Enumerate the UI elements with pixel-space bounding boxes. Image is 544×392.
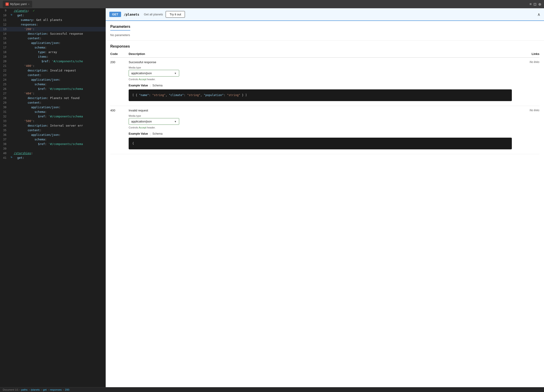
line-content: application/json:	[14, 105, 106, 110]
breadcrumb-bar: Document 1/1 › paths: › /planets: › get:…	[0, 387, 544, 392]
schema-tab-200[interactable]: Schema	[152, 83, 162, 88]
breadcrumb-get[interactable]: get:	[43, 388, 47, 391]
line-gutter-icon: ↻	[9, 155, 14, 159]
menu-icon[interactable]: ≡	[530, 2, 532, 6]
line-number: 16	[0, 41, 9, 45]
no-parameters-text: No parameters	[110, 33, 539, 37]
schema-tab-400[interactable]: Schema	[152, 132, 162, 136]
col-code: Code	[110, 52, 129, 56]
line-content: description: Planets not found	[14, 96, 106, 101]
line-content: content:	[14, 36, 106, 41]
line-content: get:	[14, 13, 106, 18]
line-number: 18	[0, 50, 9, 54]
media-type-label-400: Media type	[129, 114, 512, 117]
line-content: application/json:	[14, 77, 106, 82]
editor-line-41: 41 ↻ get:	[0, 155, 106, 160]
response-table-header: Code Description Links	[110, 52, 539, 58]
response-row-200: 200 Successful response Media type appli…	[110, 58, 539, 106]
example-value-tab-400[interactable]: Example Value	[129, 132, 148, 136]
response-code-400: 400	[110, 109, 129, 112]
editor-line-17: 17 schema:	[0, 45, 106, 50]
breadcrumb-sep-1: ›	[29, 388, 30, 391]
preview-panel: GET /planets Get all planets Try it out …	[106, 8, 544, 387]
editor-line-9: 9 /planets: ✓	[0, 8, 106, 13]
editor-line-32: 32 $ref: '#/components/schema	[0, 114, 106, 119]
breadcrumb-planets[interactable]: /planets:	[31, 388, 41, 391]
example-value-tab-200[interactable]: Example Value	[129, 83, 148, 88]
editor-line-28: 28 description: Planets not found	[0, 96, 106, 101]
line-content: $ref: '#/components/sche	[14, 59, 106, 64]
line-content: $ref: '#/components/schema	[14, 114, 106, 119]
media-type-select-200[interactable]: application/json ▼	[129, 70, 179, 77]
parameters-title: Parameters	[110, 24, 130, 30]
breadcrumb-sep-4: ›	[63, 388, 64, 391]
editor-panel[interactable]: 9 /planets: ✓ 10 ↻ get: 11 summary: Get …	[0, 8, 106, 387]
line-content: $ref: '#/components/schema	[14, 142, 106, 146]
response-row-header-400: 400 Invalid request Media type applicati…	[110, 109, 539, 151]
editor-line-35: 35 content:	[0, 128, 106, 133]
expand-icon[interactable]: ∧	[537, 12, 540, 17]
file-icon: Y	[6, 3, 9, 6]
line-number: 31	[0, 110, 9, 114]
line-number: 38	[0, 142, 9, 146]
col-description: Description	[129, 52, 512, 56]
dropdown-arrow-200: ▼	[174, 72, 177, 75]
line-content: schema:	[14, 110, 106, 114]
title-bar: Y MySpec.yaml × ≡ ⊡ ⊕	[0, 0, 544, 8]
line-content: description: Successful response	[14, 31, 106, 36]
line-number: 23	[0, 73, 9, 77]
editor-line-31: 31 schema:	[0, 110, 106, 114]
editor-line-12: 12 responses:	[0, 22, 106, 27]
line-number: 20	[0, 59, 9, 64]
editor-line-25: 25 schema:	[0, 82, 106, 87]
example-tabs-400: Example Value | Schema	[129, 132, 512, 136]
editor-line-11: 11 summary: Get all planets	[0, 18, 106, 22]
response-row-header-200: 200 Successful response Media type appli…	[110, 60, 539, 103]
editor-line-26: 26 $ref: '#/components/schema	[0, 87, 106, 91]
media-type-select-400[interactable]: application/json ▼	[129, 118, 179, 125]
editor-line-38: 38 $ref: '#/components/schema	[0, 142, 106, 146]
line-number: 32	[0, 114, 9, 119]
editor-line-39: 39	[0, 146, 106, 151]
line-content: get:	[14, 155, 106, 160]
try-it-out-button[interactable]: Try it out	[166, 11, 185, 18]
method-badge: GET	[109, 12, 121, 17]
editor-line-13: 13 '200':	[0, 27, 106, 31]
editor-line-29: 29 content:	[0, 101, 106, 105]
line-number: 10	[0, 13, 9, 18]
breadcrumb-paths[interactable]: paths:	[21, 388, 28, 391]
no-links-200: No links	[512, 60, 539, 64]
col-links: Links	[512, 52, 539, 56]
tab-close-button[interactable]: ×	[28, 3, 30, 6]
no-links-400: No links	[512, 109, 539, 112]
editor-line-19: 19 items:	[0, 54, 106, 59]
layout-icon[interactable]: ⊡	[533, 2, 536, 6]
response-description-400: Invalid request	[129, 109, 512, 112]
editor-line-18: 18 type: array	[0, 50, 106, 54]
response-desc-200: Successful response Media type applicati…	[129, 60, 512, 103]
editor-line-10: 10 ↻ get:	[0, 13, 106, 18]
line-number: 12	[0, 22, 9, 27]
line-content: application/json:	[14, 133, 106, 137]
line-number: 28	[0, 96, 9, 101]
split-icon[interactable]: ⊕	[538, 2, 541, 6]
editor-tab[interactable]: Y MySpec.yaml ×	[3, 1, 32, 8]
code-example-400: {	[129, 138, 512, 149]
line-content: content:	[14, 101, 106, 105]
breadcrumb-prefix: Document 1/1	[3, 388, 18, 391]
endpoint-header[interactable]: GET /planets Get all planets Try it out …	[106, 8, 544, 21]
response-description-200: Successful response	[129, 60, 512, 64]
breadcrumb-200[interactable]: 200:	[65, 388, 70, 391]
responses-section: Responses Code Description Links 200 Suc…	[106, 41, 544, 158]
line-number: 30	[0, 105, 9, 110]
line-number: 36	[0, 133, 9, 137]
breadcrumb-responses[interactable]: responses:	[50, 388, 62, 391]
responses-title: Responses	[110, 44, 539, 48]
line-number: 29	[0, 101, 9, 105]
line-content: $ref: '#/components/schema	[14, 87, 106, 91]
editor-line-24: 24 application/json:	[0, 77, 106, 82]
editor-line-33: 33 '500':	[0, 119, 106, 123]
line-number: 41	[0, 155, 9, 160]
editor-line-30: 30 application/json:	[0, 105, 106, 110]
line-number: 37	[0, 137, 9, 142]
